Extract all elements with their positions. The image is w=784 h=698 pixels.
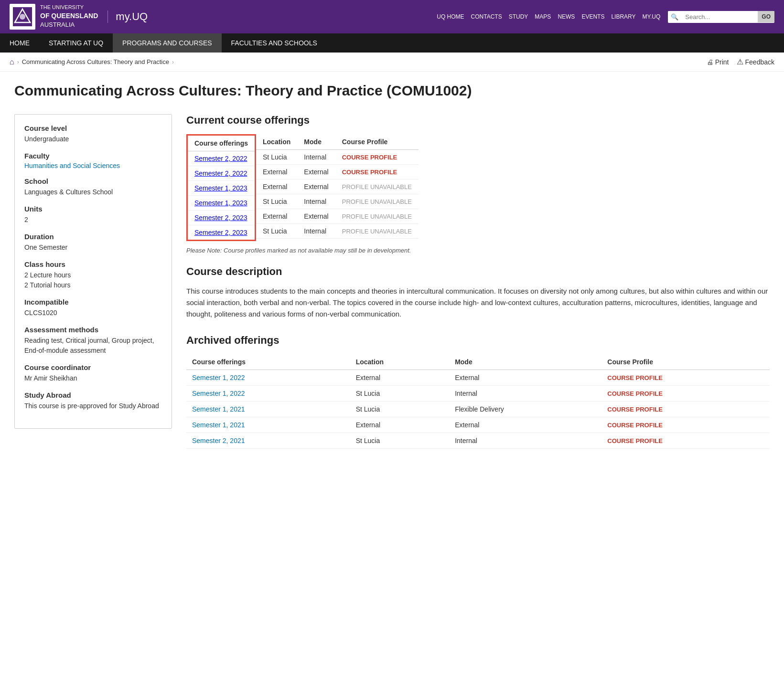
sidebar-duration-label: Duration: [24, 233, 162, 241]
table-row: Semester 2, 2021 St Lucia Internal COURS…: [186, 433, 770, 449]
sidebar-incompatible: Incompatible CLCS1020: [24, 298, 162, 318]
archived-offerings-section: Archived offerings Course offerings Loca…: [186, 334, 770, 449]
table-row: Semester 1, 2022 External External COURS…: [186, 370, 770, 386]
col-course-offerings: Course offerings: [187, 135, 256, 151]
nav-uq-home[interactable]: UQ HOME: [437, 13, 464, 20]
chevron-right-icon: ›: [172, 59, 174, 65]
nav-starting-at-uq[interactable]: STARTING AT UQ: [39, 33, 113, 53]
logo-area: THE UNIVERSITY OF QUEENSLAND AUSTRALIA m…: [10, 4, 148, 30]
semester-link[interactable]: Semester 2, 2023: [194, 214, 247, 222]
current-offerings-layout: Course offerings Semester 2, 2022 Semest…: [186, 134, 770, 241]
offerings-note: Please Note: Course profiles marked as n…: [186, 247, 770, 254]
sidebar-faculty-label: Faculty: [24, 152, 162, 160]
current-offerings-title: Current course offerings: [186, 114, 770, 127]
table-row: External External COURSE PROFILE: [256, 165, 419, 180]
table-row: Semester 1, 2022 St Lucia Internal COURS…: [186, 386, 770, 402]
list-item: Semester 1, 2023: [187, 181, 256, 196]
nav-home[interactable]: HOME: [0, 33, 39, 53]
nav-library[interactable]: LIBRARY: [611, 13, 635, 20]
sidebar-units-value: 2: [24, 215, 162, 225]
nav-my-uq[interactable]: MY.UQ: [643, 13, 661, 20]
profile-unavailable: PROFILE UNAVAILABLE: [335, 209, 419, 224]
archived-profile-link[interactable]: COURSE PROFILE: [607, 422, 663, 429]
feedback-button[interactable]: ⚠ Feedback: [737, 57, 774, 66]
course-profile-link[interactable]: COURSE PROFILE: [342, 154, 397, 161]
archived-semester-link[interactable]: Semester 2, 2021: [192, 437, 245, 444]
nav-programs-courses[interactable]: PROGRAMS AND COURSES: [113, 33, 221, 53]
archived-offerings-title: Archived offerings: [186, 334, 770, 347]
breadcrumb-actions: 🖨 Print ⚠ Feedback: [707, 57, 774, 66]
archived-profile-link[interactable]: COURSE PROFILE: [607, 390, 663, 397]
sidebar-coordinator: Course coordinator Mr Amir Sheikhan: [24, 363, 162, 383]
list-item: Semester 2, 2022: [187, 151, 256, 166]
my-uq-label: my.UQ: [107, 11, 148, 23]
semester-link[interactable]: Semester 1, 2023: [194, 184, 247, 192]
uq-logo-text: THE UNIVERSITY OF QUEENSLAND AUSTRALIA: [40, 4, 98, 29]
chevron-icon: ›: [17, 59, 19, 65]
archived-semester-link[interactable]: Semester 1, 2021: [192, 421, 245, 429]
search-icon: 🔍: [668, 11, 681, 23]
search-bar: 🔍 GO: [668, 11, 774, 23]
main-content: Current course offerings Course offering…: [186, 114, 770, 455]
archived-col-offering: Course offerings: [186, 354, 350, 370]
archived-profile-link[interactable]: COURSE PROFILE: [607, 374, 663, 381]
table-row: External External PROFILE UNAVAILABLE: [256, 180, 419, 194]
sidebar-school-value: Languages & Cultures School: [24, 187, 162, 197]
svg-point-2: [20, 14, 25, 20]
print-icon: 🖨: [707, 58, 713, 66]
semester-link[interactable]: Semester 2, 2023: [194, 229, 247, 236]
sidebar: Course level Undergraduate Faculty Human…: [14, 114, 172, 429]
archived-profile-link[interactable]: COURSE PROFILE: [607, 437, 663, 444]
sidebar-study-abroad-label: Study Abroad: [24, 391, 162, 399]
sidebar-coordinator-label: Course coordinator: [24, 363, 162, 371]
nav-events[interactable]: EVENTS: [581, 13, 604, 20]
top-nav-links: UQ HOME CONTACTS STUDY MAPS NEWS EVENTS …: [437, 13, 660, 20]
nav-news[interactable]: NEWS: [558, 13, 575, 20]
sidebar-course-level-value: Undergraduate: [24, 134, 162, 144]
table-row: St Lucia Internal PROFILE UNAVAILABLE: [256, 194, 419, 209]
breadcrumb-current: Communicating Across Cultures: Theory an…: [22, 58, 169, 65]
sidebar-assessment-label: Assessment methods: [24, 326, 162, 334]
uq-logo-icon: [10, 4, 35, 30]
sidebar-coordinator-value: Mr Amir Sheikhan: [24, 373, 162, 383]
home-icon[interactable]: ⌂: [10, 58, 14, 66]
page-content: Communicating Across Cultures: Theory an…: [0, 72, 784, 464]
nav-maps[interactable]: MAPS: [535, 13, 551, 20]
table-row: St Lucia Internal PROFILE UNAVAILABLE: [256, 224, 419, 239]
col-location: Location: [256, 134, 297, 150]
sidebar-assessment: Assessment methods Reading test, Critica…: [24, 326, 162, 356]
nav-faculties-schools[interactable]: FACULTIES AND SCHOOLS: [222, 33, 327, 53]
sidebar-assessment-value: Reading test, Critical journal, Group pr…: [24, 336, 162, 356]
semester-link[interactable]: Semester 1, 2023: [194, 199, 247, 207]
semester-link[interactable]: Semester 2, 2022: [194, 155, 247, 162]
feedback-icon: ⚠: [737, 57, 743, 66]
search-go-button[interactable]: GO: [758, 11, 774, 22]
print-button[interactable]: 🖨 Print: [707, 58, 729, 66]
sidebar-incompatible-label: Incompatible: [24, 298, 162, 306]
archived-semester-link[interactable]: Semester 1, 2022: [192, 390, 245, 397]
search-input[interactable]: [681, 11, 758, 23]
col-mode: Mode: [297, 134, 335, 150]
table-row: St Lucia Internal COURSE PROFILE: [256, 150, 419, 165]
sidebar-faculty: Faculty Humanities and Social Sciences: [24, 152, 162, 169]
uq-logo: THE UNIVERSITY OF QUEENSLAND AUSTRALIA: [10, 4, 98, 30]
content-layout: Course level Undergraduate Faculty Human…: [14, 114, 770, 455]
sidebar-duration-value: One Semester: [24, 243, 162, 253]
archived-semester-link[interactable]: Semester 1, 2022: [192, 374, 245, 381]
archived-semester-link[interactable]: Semester 1, 2021: [192, 405, 245, 413]
list-item: Semester 2, 2022: [187, 166, 256, 181]
archived-offerings-table: Course offerings Location Mode Course Pr…: [186, 354, 770, 449]
nav-contacts[interactable]: CONTACTS: [471, 13, 502, 20]
list-item: Semester 2, 2023: [187, 225, 256, 241]
sidebar-study-abroad: Study Abroad This course is pre-approved…: [24, 391, 162, 411]
nav-study[interactable]: STUDY: [509, 13, 528, 20]
current-offerings-rest-table: Location Mode Course Profile St Lucia In…: [256, 134, 419, 239]
semester-link[interactable]: Semester 2, 2022: [194, 169, 247, 177]
course-profile-link[interactable]: COURSE PROFILE: [342, 169, 397, 176]
archived-profile-link[interactable]: COURSE PROFILE: [607, 406, 663, 413]
table-row: External External PROFILE UNAVAILABLE: [256, 209, 419, 224]
sidebar-class-hours-value: 2 Lecture hours2 Tutorial hours: [24, 270, 162, 290]
profile-unavailable: PROFILE UNAVAILABLE: [335, 194, 419, 209]
sidebar-faculty-value[interactable]: Humanities and Social Sciences: [24, 162, 120, 169]
sidebar-units: Units 2: [24, 205, 162, 225]
